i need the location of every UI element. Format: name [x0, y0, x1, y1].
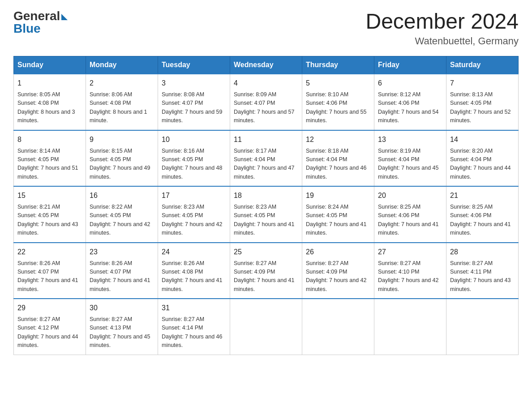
logo: General Blue: [13, 9, 68, 36]
day-info: Sunrise: 8:23 AMSunset: 4:05 PMDaylight:…: [234, 203, 298, 238]
day-info: Sunrise: 8:25 AMSunset: 4:06 PMDaylight:…: [450, 203, 515, 238]
day-info: Sunrise: 8:26 AMSunset: 4:07 PMDaylight:…: [90, 259, 154, 294]
calendar-cell: 28Sunrise: 8:27 AMSunset: 4:11 PMDayligh…: [446, 243, 519, 299]
day-number: 9: [90, 134, 154, 145]
calendar-cell: 23Sunrise: 8:26 AMSunset: 4:07 PMDayligh…: [86, 243, 158, 299]
title-section: December 2024 Watenbuettel, Germany: [365, 9, 519, 47]
day-info: Sunrise: 8:12 AMSunset: 4:06 PMDaylight:…: [378, 90, 442, 125]
calendar-cell: 18Sunrise: 8:23 AMSunset: 4:05 PMDayligh…: [230, 186, 302, 243]
day-info: Sunrise: 8:05 AMSunset: 4:08 PMDaylight:…: [17, 90, 82, 125]
day-number: 12: [306, 134, 370, 145]
day-number: 26: [306, 247, 370, 257]
calendar-cell: 30Sunrise: 8:27 AMSunset: 4:13 PMDayligh…: [86, 299, 158, 355]
day-info: Sunrise: 8:15 AMSunset: 4:05 PMDaylight:…: [90, 147, 154, 182]
day-number: 7: [450, 78, 515, 89]
day-number: 14: [450, 134, 515, 145]
day-number: 25: [234, 247, 298, 257]
day-number: 2: [90, 78, 154, 89]
calendar-cell: [446, 299, 519, 355]
header-monday: Monday: [86, 56, 158, 74]
day-info: Sunrise: 8:08 AMSunset: 4:07 PMDaylight:…: [162, 90, 226, 125]
calendar-cell: 10Sunrise: 8:16 AMSunset: 4:05 PMDayligh…: [158, 130, 230, 187]
location-title: Watenbuettel, Germany: [365, 35, 519, 47]
calendar-cell: 2Sunrise: 8:06 AMSunset: 4:08 PMDaylight…: [86, 74, 158, 130]
day-info: Sunrise: 8:24 AMSunset: 4:05 PMDaylight:…: [306, 203, 370, 238]
calendar-cell: 27Sunrise: 8:27 AMSunset: 4:10 PMDayligh…: [374, 243, 446, 299]
calendar-table: SundayMondayTuesdayWednesdayThursdayFrid…: [13, 56, 519, 355]
day-number: 3: [162, 78, 226, 89]
day-info: Sunrise: 8:22 AMSunset: 4:05 PMDaylight:…: [90, 203, 154, 238]
week-row-2: 8Sunrise: 8:14 AMSunset: 4:05 PMDaylight…: [14, 130, 519, 187]
calendar-cell: 16Sunrise: 8:22 AMSunset: 4:05 PMDayligh…: [86, 186, 158, 243]
day-info: Sunrise: 8:10 AMSunset: 4:06 PMDaylight:…: [306, 90, 370, 125]
day-number: 4: [234, 78, 298, 89]
logo-arrow-icon: [61, 14, 68, 20]
calendar-cell: 20Sunrise: 8:25 AMSunset: 4:06 PMDayligh…: [374, 186, 446, 243]
calendar-cell: 11Sunrise: 8:17 AMSunset: 4:04 PMDayligh…: [230, 130, 302, 187]
day-info: Sunrise: 8:13 AMSunset: 4:05 PMDaylight:…: [450, 90, 515, 125]
week-row-3: 15Sunrise: 8:21 AMSunset: 4:05 PMDayligh…: [14, 186, 519, 243]
day-number: 23: [90, 247, 154, 257]
day-info: Sunrise: 8:16 AMSunset: 4:05 PMDaylight:…: [162, 147, 226, 182]
day-number: 6: [378, 78, 442, 89]
header-wednesday: Wednesday: [230, 56, 302, 74]
calendar-cell: 7Sunrise: 8:13 AMSunset: 4:05 PMDaylight…: [446, 74, 519, 130]
calendar-cell: 22Sunrise: 8:26 AMSunset: 4:07 PMDayligh…: [14, 243, 86, 299]
day-info: Sunrise: 8:09 AMSunset: 4:07 PMDaylight:…: [234, 90, 298, 125]
day-number: 5: [306, 78, 370, 89]
day-info: Sunrise: 8:27 AMSunset: 4:09 PMDaylight:…: [234, 259, 298, 294]
header-sunday: Sunday: [14, 56, 86, 74]
calendar-cell: 13Sunrise: 8:19 AMSunset: 4:04 PMDayligh…: [374, 130, 446, 187]
day-info: Sunrise: 8:27 AMSunset: 4:10 PMDaylight:…: [378, 259, 442, 294]
day-number: 31: [162, 303, 226, 313]
calendar-cell: 15Sunrise: 8:21 AMSunset: 4:05 PMDayligh…: [14, 186, 86, 243]
calendar-cell: 9Sunrise: 8:15 AMSunset: 4:05 PMDaylight…: [86, 130, 158, 187]
day-number: 8: [17, 134, 82, 145]
week-row-4: 22Sunrise: 8:26 AMSunset: 4:07 PMDayligh…: [14, 243, 519, 299]
day-number: 30: [90, 303, 154, 313]
day-number: 1: [17, 78, 82, 89]
header-friday: Friday: [374, 56, 446, 74]
calendar-cell: 3Sunrise: 8:08 AMSunset: 4:07 PMDaylight…: [158, 74, 230, 130]
day-info: Sunrise: 8:17 AMSunset: 4:04 PMDaylight:…: [234, 147, 298, 182]
calendar-cell: [302, 299, 374, 355]
day-number: 16: [90, 190, 154, 201]
day-number: 20: [378, 190, 442, 201]
day-info: Sunrise: 8:21 AMSunset: 4:05 PMDaylight:…: [17, 203, 82, 238]
day-info: Sunrise: 8:26 AMSunset: 4:07 PMDaylight:…: [17, 259, 82, 294]
calendar-cell: 29Sunrise: 8:27 AMSunset: 4:12 PMDayligh…: [14, 299, 86, 355]
day-number: 11: [234, 134, 298, 145]
day-number: 29: [17, 303, 82, 313]
calendar-cell: 24Sunrise: 8:26 AMSunset: 4:08 PMDayligh…: [158, 243, 230, 299]
calendar-cell: 1Sunrise: 8:05 AMSunset: 4:08 PMDaylight…: [14, 74, 86, 130]
calendar-cell: 17Sunrise: 8:23 AMSunset: 4:05 PMDayligh…: [158, 186, 230, 243]
day-number: 21: [450, 190, 515, 201]
header-thursday: Thursday: [302, 56, 374, 74]
calendar-cell: 8Sunrise: 8:14 AMSunset: 4:05 PMDaylight…: [14, 130, 86, 187]
week-row-5: 29Sunrise: 8:27 AMSunset: 4:12 PMDayligh…: [14, 299, 519, 355]
day-info: Sunrise: 8:27 AMSunset: 4:14 PMDaylight:…: [162, 315, 226, 350]
calendar-cell: 5Sunrise: 8:10 AMSunset: 4:06 PMDaylight…: [302, 74, 374, 130]
day-info: Sunrise: 8:06 AMSunset: 4:08 PMDaylight:…: [90, 90, 154, 125]
day-info: Sunrise: 8:27 AMSunset: 4:09 PMDaylight:…: [306, 259, 370, 294]
calendar-cell: 6Sunrise: 8:12 AMSunset: 4:06 PMDaylight…: [374, 74, 446, 130]
day-info: Sunrise: 8:19 AMSunset: 4:04 PMDaylight:…: [378, 147, 442, 182]
day-number: 28: [450, 247, 515, 257]
calendar-cell: 21Sunrise: 8:25 AMSunset: 4:06 PMDayligh…: [446, 186, 519, 243]
calendar-cell: 25Sunrise: 8:27 AMSunset: 4:09 PMDayligh…: [230, 243, 302, 299]
day-info: Sunrise: 8:27 AMSunset: 4:12 PMDaylight:…: [17, 315, 82, 350]
calendar-cell: [230, 299, 302, 355]
header-saturday: Saturday: [446, 56, 519, 74]
week-row-1: 1Sunrise: 8:05 AMSunset: 4:08 PMDaylight…: [14, 74, 519, 130]
day-info: Sunrise: 8:14 AMSunset: 4:05 PMDaylight:…: [17, 147, 82, 182]
day-info: Sunrise: 8:27 AMSunset: 4:11 PMDaylight:…: [450, 259, 515, 294]
day-number: 24: [162, 247, 226, 257]
day-number: 27: [378, 247, 442, 257]
day-number: 22: [17, 247, 82, 257]
calendar-cell: [374, 299, 446, 355]
calendar-cell: 19Sunrise: 8:24 AMSunset: 4:05 PMDayligh…: [302, 186, 374, 243]
month-title: December 2024: [365, 9, 519, 34]
calendar-cell: 26Sunrise: 8:27 AMSunset: 4:09 PMDayligh…: [302, 243, 374, 299]
day-number: 17: [162, 190, 226, 201]
calendar-cell: 31Sunrise: 8:27 AMSunset: 4:14 PMDayligh…: [158, 299, 230, 355]
